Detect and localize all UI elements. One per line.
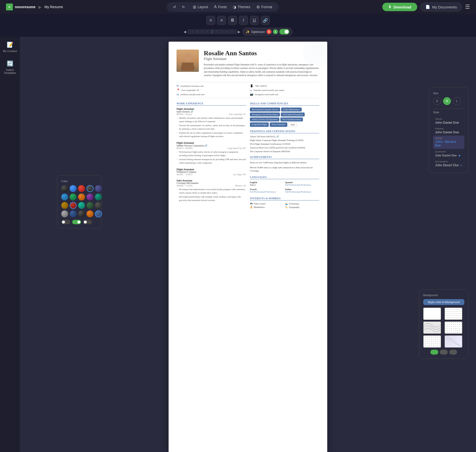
skills-chips: Personalized Customer Service Cabin Main… (250, 108, 319, 127)
bg-pattern-waves[interactable] (423, 321, 441, 334)
undo-redo-group: ↺ ↻ (171, 4, 187, 10)
languages-grid: English Native Spanish Full Professional… (250, 181, 319, 194)
job-company-3: Workplace/Company (177, 171, 246, 173)
skill-chip-faa: FAA Safety Procedures (281, 113, 305, 116)
ruler-right-arrow[interactable]: ▶ (238, 30, 240, 34)
size-s-button[interactable]: S (433, 97, 441, 105)
layout-button[interactable]: ⊞ Layout (190, 4, 210, 10)
breadcrumb-separator: ▶ (38, 5, 41, 9)
achievements-title: ACHIEVEMENTS (250, 156, 319, 159)
color-grid (61, 185, 97, 217)
color-swatch-14[interactable] (87, 202, 93, 209)
toggle-knob (285, 30, 289, 34)
job-bullets-2: Performed pre-flight safety checks of ca… (177, 150, 246, 165)
job-meta-4: 04/2009 – 12/2010 Phoenix, AZ (177, 184, 246, 187)
align-center-button[interactable]: ≡ (217, 16, 226, 25)
color-swatch-20[interactable] (95, 210, 102, 217)
languages-title: LANGUAGES (250, 176, 319, 179)
color-swatch-10[interactable] (95, 194, 102, 200)
color-swatch-8[interactable] (78, 194, 85, 200)
bg-pattern-lines[interactable] (445, 308, 462, 320)
underline-button[interactable]: U (250, 16, 259, 25)
fonts-popup: Ubuntu John Daniel Doe Raleway John Dani… (433, 116, 464, 169)
bg-pattern-white[interactable] (423, 308, 441, 320)
color-swatch-18[interactable] (78, 210, 85, 217)
format-button[interactable]: ⚙ Format (254, 4, 275, 10)
optimizer-icon: ✨ (246, 30, 250, 34)
fonts-button[interactable]: A Fonts (211, 4, 229, 10)
font-ubuntu[interactable]: Ubuntu John Daniel Doe (433, 116, 464, 126)
size-m-button[interactable]: M (443, 97, 451, 105)
optimizer-toggle[interactable] (279, 29, 289, 34)
job-dates-4: 04/2009 – 12/2010 (177, 184, 192, 187)
training-item-3: FAA Flight Attendant Certification (11/2… (250, 143, 319, 145)
color-swatch-5[interactable] (95, 185, 102, 192)
redo-button[interactable]: ↻ (179, 4, 187, 10)
color-toggle-3[interactable] (83, 220, 92, 224)
download-button[interactable]: ⬇ Download (382, 3, 417, 11)
optimizer-button[interactable]: ✨ Optimizer 5 1 (242, 28, 293, 36)
hamburger-menu-icon[interactable]: ☰ (465, 4, 470, 10)
themes-button[interactable]: ◑ Themes (230, 4, 253, 10)
bg-pattern-grid[interactable] (423, 335, 441, 348)
font-active-badge (459, 155, 460, 156)
color-swatch-13[interactable] (78, 202, 85, 209)
lang-spanish: Spanish Full Professional Proficiency (285, 181, 319, 186)
color-swatch-9[interactable] (87, 194, 93, 200)
bg-btn-2[interactable] (440, 350, 448, 355)
bullet-item: Performed pre-flight safety checks of ca… (177, 150, 246, 157)
bg-btn-1[interactable] (430, 350, 438, 355)
color-swatch-6[interactable] (61, 194, 68, 200)
job-location-2: Long Island City, NY (228, 147, 246, 149)
resume-body: WORK EXPERIENCE Flight Attendant Spirit … (177, 102, 319, 208)
color-toggle-2[interactable] (72, 220, 81, 224)
contact-instagram: 📷 instagram.com/rosalie.ann (250, 93, 319, 96)
download-icon: ⬇ (388, 5, 391, 9)
bold-button[interactable]: B (228, 16, 237, 25)
font-roboto[interactable]: Roboto John Daniel Doe (433, 136, 464, 149)
bullet-item: Developed and implemented a successful l… (177, 188, 246, 195)
color-swatch-16[interactable] (61, 210, 68, 217)
sidebar-item-my-content[interactable]: 📝 My Content (3, 42, 17, 53)
color-swatch-3[interactable] (78, 185, 85, 192)
sidebar-item-switch-templates[interactable]: 🔄 Switch Templates (0, 60, 20, 74)
bg-btn-3[interactable] (449, 350, 457, 355)
undo-button[interactable]: ↺ (171, 4, 178, 10)
training-link-1[interactable]: 🔗 (276, 135, 279, 138)
bg-pattern-diagonal[interactable] (445, 335, 462, 348)
job-company-2: JetBlue Airways Corporation 🔗 (177, 144, 246, 147)
color-swatch-7[interactable] (70, 194, 77, 200)
ruler-left-arrow[interactable]: ◀ (183, 30, 186, 34)
color-swatch-17[interactable] (70, 210, 77, 217)
align-left-button[interactable]: ≡ (206, 16, 215, 25)
phone-icon: 📱 (250, 84, 253, 87)
achievement-1: Flown in over 5,000 hours long-haul flig… (250, 161, 319, 165)
my-documents-button[interactable]: 📄 My Documents (420, 2, 462, 11)
color-swatch-1[interactable] (61, 185, 68, 192)
job-company-1: Spirit Airlines 🔗 (177, 110, 246, 113)
color-toggle-1[interactable] (61, 220, 70, 224)
color-swatch-15[interactable] (95, 202, 102, 209)
color-swatch-19[interactable] (87, 210, 93, 217)
bg-pattern-dots[interactable] (445, 321, 462, 334)
align-center-icon: ≡ (220, 18, 223, 23)
job-section-4: Sales Associate Crossings Merchandise 04… (177, 179, 246, 202)
italic-button[interactable]: I (239, 16, 248, 25)
apply-color-background-button[interactable]: Apply color to Background (423, 299, 464, 305)
color-swatch-4[interactable] (87, 185, 93, 192)
font-quicksand[interactable]: Quicksand John Daniel Doe (433, 149, 464, 159)
logo[interactable]: n novoresume (6, 3, 35, 10)
training-item-5: The Corporate School of Etiquette (08/20… (250, 150, 319, 153)
font-merriweather[interactable]: Merriweather John Daniel Doe + (433, 159, 464, 169)
interest-typography: ✏️ Typography (285, 206, 319, 208)
color-swatch-11[interactable] (61, 202, 68, 209)
skill-chip-emergency: Emergency Care & Procedures (250, 113, 280, 116)
link-button[interactable]: 🔗 (261, 16, 270, 25)
format-icon: ⚙ (256, 5, 260, 9)
color-swatch-2[interactable] (70, 185, 77, 192)
size-l-button[interactable]: L (453, 97, 461, 105)
svg-line-5 (445, 336, 462, 347)
color-swatch-12[interactable] (70, 202, 77, 209)
font-raleway[interactable]: Raleway John Daniel Doe (433, 126, 464, 136)
resume-job-title: Flight Attendant (204, 57, 319, 61)
